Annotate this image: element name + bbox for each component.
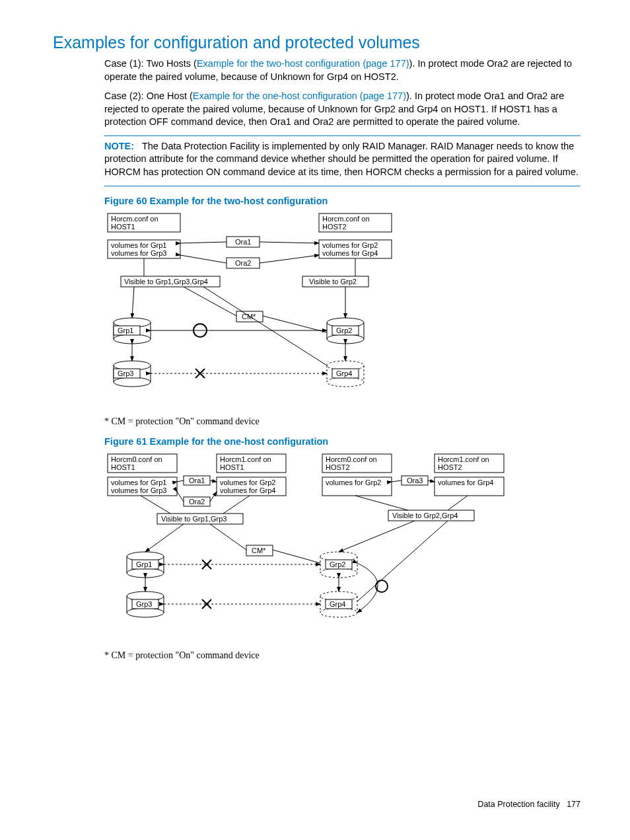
svg-text:volumes for Grp3: volumes for Grp3 <box>111 486 166 494</box>
svg-text:HOST2: HOST2 <box>438 463 462 471</box>
svg-text:HOST1: HOST1 <box>111 463 135 471</box>
svg-text:volumes for Grp4: volumes for Grp4 <box>220 486 275 494</box>
svg-text:Ora2: Ora2 <box>189 498 205 506</box>
svg-text:volumes for Grp2: volumes for Grp2 <box>326 478 381 486</box>
figure60-caption: Figure 60 Example for the two-host confi… <box>104 196 580 206</box>
svg-text:CM*: CM* <box>252 547 266 554</box>
divider <box>104 135 580 136</box>
note-label: NOTE: <box>104 141 134 151</box>
cylinder-grp4: Grp4 <box>327 361 364 387</box>
svg-text:HOST2: HOST2 <box>322 223 347 231</box>
svg-text:Horcm0.conf on: Horcm0.conf on <box>111 455 162 463</box>
svg-point-82 <box>320 568 357 578</box>
svg-text:volumes for Grp1: volumes for Grp1 <box>111 241 166 249</box>
text: Case (1): Two Hosts ( <box>104 58 197 69</box>
svg-text:Horcm.conf on: Horcm.conf on <box>322 215 370 223</box>
figure60-footnote: * CM = protection "On" command device <box>104 416 580 427</box>
svg-text:Grp3: Grp3 <box>136 600 152 608</box>
svg-text:volumes for Grp1: volumes for Grp1 <box>111 478 166 486</box>
svg-text:Horcm0.conf on: Horcm0.conf on <box>326 455 377 463</box>
svg-text:Grp2: Grp2 <box>336 326 352 334</box>
svg-text:Ora1: Ora1 <box>189 477 205 484</box>
svg-text:Visible to Grp1,Grp3,Grp4: Visible to Grp1,Grp3,Grp4 <box>124 278 208 286</box>
svg-point-74 <box>127 568 164 578</box>
svg-text:Horcm.conf on: Horcm.conf on <box>111 215 158 223</box>
svg-text:volumes for Grp2: volumes for Grp2 <box>220 478 275 486</box>
body-text-block: Case (1): Two Hosts (Example for the two… <box>104 57 580 661</box>
svg-text:volumes for Grp2: volumes for Grp2 <box>322 241 378 249</box>
svg-text:Grp4: Grp4 <box>330 600 345 608</box>
svg-text:Grp4: Grp4 <box>336 369 352 377</box>
footer-section: Data Protection facility <box>477 800 559 809</box>
svg-text:Ora2: Ora2 <box>235 259 251 267</box>
page-content: Examples for configuration and protected… <box>0 0 630 835</box>
svg-text:Visible to Grp1,Grp3: Visible to Grp1,Grp3 <box>161 515 227 523</box>
figure61-footnote: * CM = protection "On" command device <box>104 650 580 661</box>
svg-text:Grp3: Grp3 <box>118 369 133 377</box>
cylinder-grp2: Grp2 <box>327 318 364 344</box>
svg-text:Grp1: Grp1 <box>118 326 133 334</box>
svg-text:Horcm1.conf on: Horcm1.conf on <box>220 455 271 463</box>
svg-text:Horcm1.conf on: Horcm1.conf on <box>438 455 489 463</box>
svg-text:HOST1: HOST1 <box>220 463 244 471</box>
paragraph-case1: Case (1): Two Hosts (Example for the two… <box>104 57 580 83</box>
cylinder-grp3: Grp3 <box>114 361 151 387</box>
page-footer: Data Protection facility 177 <box>53 800 580 809</box>
svg-figure60: Horcm.conf on HOST1 volumes for Grp1 vol… <box>104 210 514 408</box>
svg-text:HOST1: HOST1 <box>111 223 135 231</box>
svg-text:Ora1: Ora1 <box>235 238 251 246</box>
note-paragraph: NOTE: The Data Protection Facility is im… <box>104 140 580 179</box>
svg-point-78 <box>127 608 164 617</box>
svg-text:volumes for Grp4: volumes for Grp4 <box>322 249 378 257</box>
figure60-diagram: Horcm.conf on HOST1 volumes for Grp1 vol… <box>104 210 580 411</box>
svg-text:HOST2: HOST2 <box>326 463 350 471</box>
svg-text:volumes for Grp3: volumes for Grp3 <box>111 249 166 257</box>
section-heading: Examples for configuration and protected… <box>53 33 580 52</box>
cylinder-grp1: Grp1 <box>114 318 151 344</box>
svg-point-35 <box>327 377 364 387</box>
svg-text:Visible to Grp2: Visible to Grp2 <box>309 278 357 286</box>
text: Case (2): One Host ( <box>104 91 193 101</box>
svg-point-86 <box>320 608 357 617</box>
svg-text:Visible to Grp2,Grp4: Visible to Grp2,Grp4 <box>392 512 458 519</box>
svg-point-31 <box>327 334 364 344</box>
svg-figure61: Horcm0.conf on HOST1 Horcm1.conf on HOST… <box>104 451 567 642</box>
svg-point-27 <box>114 377 151 387</box>
svg-point-23 <box>114 334 151 344</box>
svg-text:volumes for Grp4: volumes for Grp4 <box>438 478 493 486</box>
footer-page-number: 177 <box>567 800 580 809</box>
paragraph-case2: Case (2): One Host (Example for the one-… <box>104 90 580 129</box>
svg-text:Grp2: Grp2 <box>330 560 345 568</box>
divider <box>104 186 580 186</box>
svg-text:Ora3: Ora3 <box>407 477 423 484</box>
figure61-diagram: Horcm0.conf on HOST1 Horcm1.conf on HOST… <box>104 451 580 645</box>
link-one-host[interactable]: Example for the one-host configuration (… <box>193 91 406 101</box>
svg-text:Grp1: Grp1 <box>136 560 152 568</box>
note-text: The Data Protection Facility is implemen… <box>104 141 578 177</box>
figure61-caption: Figure 61 Example for the one-host confi… <box>104 436 580 447</box>
link-two-host[interactable]: Example for the two-host configuration (… <box>197 58 409 69</box>
